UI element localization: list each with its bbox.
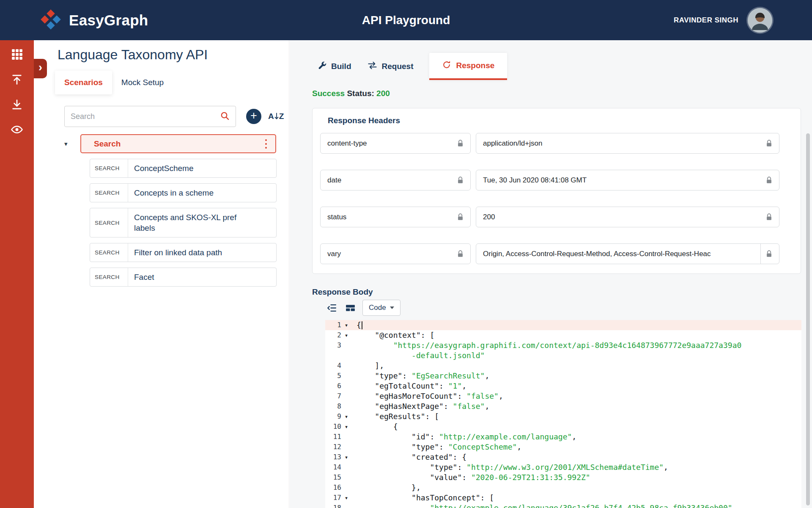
- code-line[interactable]: 17▾ "hasTopConcept": [: [325, 493, 801, 503]
- preview-eye-icon[interactable]: [0, 117, 34, 142]
- header-value-field[interactable]: Tue, 30 Jun 2020 08:41:08 GMT: [476, 170, 779, 190]
- code-line[interactable]: 13▾ "created": {: [325, 452, 801, 462]
- header-name-field[interactable]: vary: [320, 243, 471, 264]
- refresh-icon: [442, 60, 451, 72]
- scenario-label: Filter on linked data path: [134, 247, 222, 258]
- gutter: 1▾: [325, 320, 351, 330]
- text-cursor: [362, 321, 362, 329]
- tab-build[interactable]: Build: [318, 53, 351, 80]
- header-row: dateTue, 30 Jun 2020 08:41:08 GMT: [320, 170, 779, 190]
- fold-caret-icon[interactable]: [341, 381, 351, 391]
- fold-caret-icon[interactable]: [341, 351, 351, 361]
- code-line[interactable]: 15 "value": "2020-06-29T21:31:35.992Z": [325, 472, 801, 483]
- user-menu[interactable]: RAVINDER SINGH: [674, 0, 772, 40]
- code-text: },: [351, 483, 421, 493]
- fold-caret-icon[interactable]: [341, 483, 351, 493]
- fold-caret-icon[interactable]: ▾: [341, 330, 351, 340]
- scenario-item[interactable]: SEARCHFilter on linked data path: [90, 243, 277, 262]
- header-name-field[interactable]: date: [320, 170, 471, 190]
- collapse-panel-button[interactable]: ›: [34, 59, 47, 78]
- header-row: varyOrigin, Access-Control-Request-Metho…: [320, 243, 779, 264]
- search-input[interactable]: [71, 112, 220, 121]
- fold-caret-icon[interactable]: ▾: [341, 493, 351, 503]
- tab-mock-setup[interactable]: Mock Setup: [112, 71, 173, 94]
- sort-alpha-button[interactable]: A Z: [268, 112, 284, 121]
- kebab-menu-icon[interactable]: [263, 137, 269, 150]
- code-line[interactable]: 12 "type": "ConceptScheme",: [325, 442, 801, 452]
- scenario-search-row: + A Z: [64, 106, 284, 127]
- code-line[interactable]: 5 "type": "EgSearchResult",: [325, 371, 801, 381]
- scenario-label: Facet: [134, 272, 154, 282]
- format-indent-icon[interactable]: [325, 301, 338, 314]
- header-value-field[interactable]: application/ld+json: [476, 133, 779, 154]
- header-value-field[interactable]: 200: [476, 207, 779, 227]
- fold-caret-icon[interactable]: [341, 472, 351, 483]
- scenario-item[interactable]: SEARCHConceptScheme: [90, 159, 277, 178]
- add-scenario-button[interactable]: +: [246, 109, 261, 124]
- fold-caret-icon[interactable]: ▾: [341, 320, 351, 330]
- gutter: 15: [325, 472, 351, 483]
- code-line[interactable]: -default.jsonld": [325, 351, 801, 361]
- gutter: 10▾: [325, 422, 351, 432]
- lock-icon: [766, 140, 772, 147]
- code-line[interactable]: 18 "http://example.com/language/39c1af26…: [325, 503, 801, 508]
- tab-response[interactable]: Response: [429, 53, 507, 80]
- scenario-item[interactable]: SEARCHConcepts and SKOS-XL pref labels: [90, 208, 277, 237]
- search-field[interactable]: [64, 106, 236, 127]
- fold-caret-icon[interactable]: ▾: [341, 411, 351, 422]
- gutter: 11: [325, 432, 351, 442]
- header-name: vary: [327, 250, 453, 258]
- fold-caret-icon[interactable]: ▾: [341, 452, 351, 462]
- header-name-field[interactable]: status: [320, 207, 471, 227]
- code-editor[interactable]: 1▾{2▾ "@context": [3 "https://easygraph.…: [325, 320, 801, 508]
- code-text: ],: [351, 361, 384, 371]
- scenario-item[interactable]: SEARCHConcepts in a scheme: [90, 183, 277, 202]
- code-line[interactable]: 4 ],: [325, 361, 801, 371]
- code-line[interactable]: 10▾ {: [325, 422, 801, 432]
- code-line[interactable]: 9▾ "egResults": [: [325, 411, 801, 422]
- fold-caret-icon[interactable]: [341, 361, 351, 371]
- vertical-scrollbar[interactable]: [806, 133, 810, 505]
- code-line[interactable]: 6 "egTotalCount": "1",: [325, 381, 801, 391]
- code-line[interactable]: 8 "egHasNextPage": "false",: [325, 401, 801, 411]
- upload-icon[interactable]: [0, 67, 34, 92]
- code-line[interactable]: 3 "https://easygraph.graphifi.com/contex…: [325, 340, 801, 351]
- line-number: 12: [325, 442, 341, 452]
- tab-request[interactable]: Request: [368, 53, 414, 80]
- code-line[interactable]: 11 "id": "http://example.com/language",: [325, 432, 801, 442]
- tab-scenarios[interactable]: Scenarios: [55, 71, 112, 94]
- fold-caret-icon[interactable]: [341, 340, 351, 351]
- response-headers-card: Response Headers content-typeapplication…: [312, 108, 801, 274]
- brand[interactable]: EasyGraph: [40, 0, 148, 40]
- fold-caret-icon[interactable]: [341, 391, 351, 401]
- status-success: Success: [312, 89, 345, 98]
- fold-caret-icon[interactable]: ▾: [341, 422, 351, 432]
- scenario-item[interactable]: SEARCHFacet: [90, 268, 277, 287]
- apps-grid-icon[interactable]: [0, 42, 34, 67]
- header-value: Origin, Access-Control-Request-Method, A…: [483, 250, 756, 258]
- code-line[interactable]: 16 },: [325, 483, 801, 493]
- code-line[interactable]: 7 "egHasMoreToCount": "false",: [325, 391, 801, 401]
- search-icon[interactable]: [220, 111, 230, 122]
- response-headers-title: Response Headers: [328, 116, 779, 125]
- code-line[interactable]: 2▾ "@context": [: [325, 330, 801, 340]
- header-name-field[interactable]: content-type: [320, 133, 471, 154]
- code-line[interactable]: 14 "type": "http://www.w3.org/2001/XMLSc…: [325, 462, 801, 472]
- code-view-dropdown[interactable]: Code: [362, 300, 401, 316]
- scenario-group[interactable]: Search: [80, 134, 276, 153]
- fold-caret-icon[interactable]: [341, 503, 351, 508]
- caret-down-icon[interactable]: ▾: [64, 140, 80, 148]
- download-icon[interactable]: [0, 92, 34, 117]
- code-line[interactable]: 1▾{: [325, 320, 801, 330]
- fold-caret-icon[interactable]: [341, 442, 351, 452]
- fold-caret-icon[interactable]: [341, 432, 351, 442]
- fold-caret-icon[interactable]: [341, 371, 351, 381]
- sort-letter-a: A: [268, 112, 274, 121]
- scenario-type-badge: SEARCH: [90, 208, 128, 237]
- fold-caret-icon[interactable]: [341, 462, 351, 472]
- fold-caret-icon[interactable]: [341, 401, 351, 411]
- gutter: 18: [325, 503, 351, 508]
- header-value-field[interactable]: Origin, Access-Control-Request-Method, A…: [476, 243, 779, 264]
- layout-columns-icon[interactable]: [344, 301, 357, 314]
- avatar[interactable]: [748, 8, 772, 33]
